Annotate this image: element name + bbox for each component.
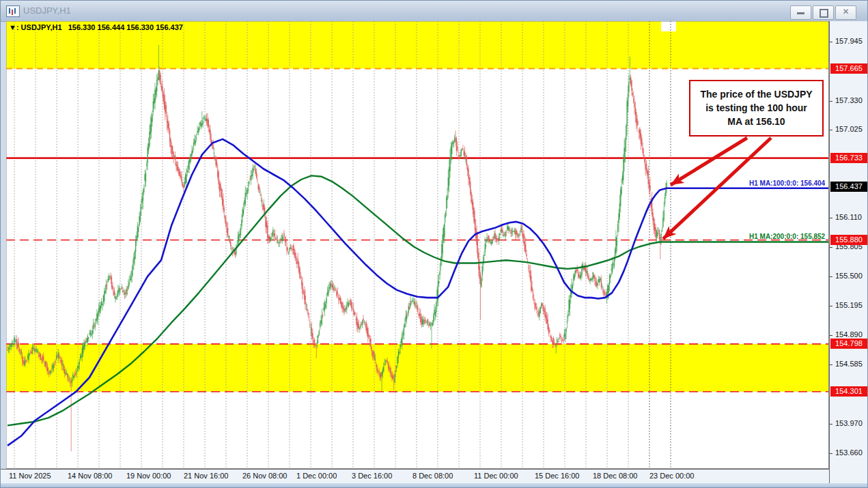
candle-bodies-up	[8, 70, 667, 383]
annotation-line: The price of the USDJPY	[690, 87, 822, 101]
mt4-chart-window: USDJPY,H1 ✕ ▼: USDJPY,H1 156.330 156.444…	[0, 0, 868, 488]
time-axis-label: 1 Dec 00:00	[296, 472, 337, 480]
price-tick	[830, 130, 832, 130]
restore-button[interactable]	[813, 5, 834, 20]
ma200-label: H1 MA:200:0:0: 155.852	[749, 233, 825, 240]
minimize-icon	[797, 12, 804, 14]
price-axis-label: 153.660	[835, 448, 863, 457]
quote-ohlc-line[interactable]: ▼: USDJPY,H1 156.330 156.444 156.330 156…	[9, 23, 183, 31]
title-bar[interactable]: USDJPY,H1 ✕	[1, 1, 867, 22]
time-axis-label: 23 Dec 00:00	[649, 472, 694, 480]
price-axis-label: 157.330	[835, 96, 863, 104]
ma100-label: H1 MA:100:0:0: 156.404	[749, 180, 825, 187]
price-tick	[830, 218, 832, 218]
time-axis-label: 11 Nov 2025	[9, 472, 51, 480]
window-bottom-edge	[1, 483, 868, 488]
candle-bodies-down	[7, 71, 660, 384]
price-tick	[830, 453, 832, 454]
window-title: USDJPY,H1	[23, 5, 71, 16]
time-axis-label: 14 Nov 08:00	[68, 472, 112, 480]
price-axis-label: 154.890	[835, 330, 863, 339]
annotation-box[interactable]: The price of the USDJPY is testing the 1…	[689, 80, 824, 137]
highlight-band	[6, 344, 829, 392]
price-tick	[830, 101, 832, 102]
price-axis-label: 157.945	[835, 37, 863, 45]
time-axis-label: 3 Dec 16:00	[352, 472, 392, 480]
price-tick	[830, 42, 832, 42]
price-level-flag: 154.301	[830, 386, 867, 397]
price-tick	[830, 247, 832, 248]
time-axis[interactable]: 11 Nov 202514 Nov 08:0019 Nov 00:0021 No…	[1, 469, 829, 484]
band-gap	[661, 21, 676, 31]
time-axis-label: 15 Dec 16:00	[535, 472, 579, 480]
restore-icon	[820, 9, 828, 18]
current-price-flag: 156.437	[830, 182, 867, 192]
price-level-flag: 155.880	[830, 235, 867, 245]
annotation-line: is testing the 100 hour	[690, 101, 822, 115]
chart-icon	[6, 5, 20, 17]
price-tick	[830, 364, 832, 365]
price-axis[interactable]: 157.945157.330157.025156.110155.805155.5…	[829, 21, 868, 483]
price-tick	[830, 276, 832, 277]
price-tick	[830, 424, 832, 425]
price-tick	[830, 306, 832, 306]
time-axis-label: 21 Nov 16:00	[184, 472, 228, 480]
time-axis-label: 19 Nov 00:00	[126, 472, 171, 480]
price-axis-label: 154.585	[835, 360, 863, 368]
time-axis-label: 11 Dec 00:00	[474, 472, 518, 480]
candle-wicks-down	[8, 67, 660, 452]
candle-wicks-up	[8, 45, 667, 391]
price-axis-label: 153.970	[835, 419, 863, 427]
ma100-line	[8, 139, 828, 446]
annotation-line: MA at 156.10	[690, 115, 822, 128]
close-button[interactable]: ✕	[835, 5, 856, 20]
annotation-arrow	[671, 138, 747, 185]
minimize-button[interactable]	[790, 5, 811, 20]
price-level-flag: 154.798	[830, 339, 867, 349]
price-tick	[830, 335, 832, 336]
price-level-flag: 157.665	[830, 63, 867, 74]
time-axis-label: 18 Dec 08:00	[593, 472, 637, 480]
price-axis-label: 155.195	[835, 301, 863, 309]
close-icon: ✕	[836, 6, 856, 19]
time-axis-label: 26 Nov 08:00	[242, 472, 287, 480]
price-axis-label: 155.500	[835, 272, 863, 280]
time-axis-label: 8 Dec 08:00	[412, 472, 453, 480]
price-level-flag: 156.733	[830, 153, 867, 163]
price-axis-label: 156.110	[835, 213, 862, 221]
price-axis-label: 157.025	[835, 125, 863, 133]
